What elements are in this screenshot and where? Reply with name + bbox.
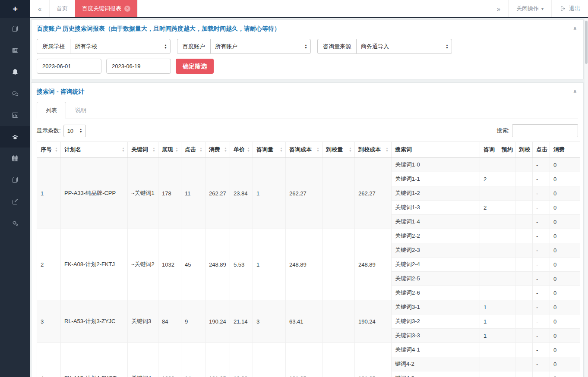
cell-clicks: 11 xyxy=(181,158,205,229)
sidebar-item-baidu[interactable] xyxy=(0,126,30,148)
column-header-10[interactable]: 到校成本▲▼ xyxy=(355,142,392,158)
consult-source-select[interactable]: 商务通导入 xyxy=(356,39,452,54)
cell-searchterm-click: - xyxy=(533,314,550,329)
cell-searchterm-term: 关键词2-6 xyxy=(392,286,480,300)
page-scrollbar-thumb[interactable] xyxy=(585,21,588,64)
cell-searchterm-reserve xyxy=(498,158,515,172)
close-operations-label: 关闭操作 xyxy=(516,5,539,13)
cell-searchterm-click: - xyxy=(533,201,550,215)
cell-searchterm-click: - xyxy=(533,258,550,272)
table-row: 3RL-A53-计划3-ZYJC关键词3849190.2421.14363.41… xyxy=(37,300,580,314)
cell-cost: 262.27 xyxy=(205,158,230,229)
cell-searchterm-consult: 1 xyxy=(480,329,498,343)
column-header-label: 咨询量 xyxy=(256,146,273,153)
sidebar-item-edit[interactable] xyxy=(0,191,30,212)
column-header-6[interactable]: 单价▲▼ xyxy=(230,142,253,158)
cell-searchterm-cost: 0 xyxy=(550,172,580,186)
newspaper-icon xyxy=(11,46,19,55)
cell-searchterm-reserve xyxy=(498,258,515,272)
sort-icon: ▲▼ xyxy=(122,147,125,152)
collapse-panel-icon[interactable]: ∧ xyxy=(572,88,577,94)
tab-list[interactable]: 列表 xyxy=(37,102,66,119)
cell-searchterm-term: 关键词4-1 xyxy=(392,343,480,357)
cell-searchterm-cost: 0 xyxy=(550,329,580,343)
school-select[interactable]: 所有学校 xyxy=(70,39,171,54)
cell-searchterm-visit xyxy=(515,286,533,300)
cell-searchterm-click: - xyxy=(533,243,550,258)
cell-keyword: 关键词3 xyxy=(128,300,158,343)
column-header-1[interactable]: 计划名▲▼ xyxy=(61,142,128,158)
cell-searchterm-consult xyxy=(480,158,498,172)
cell-searchterm-cost: 0 xyxy=(550,158,580,172)
cell-searchterm-consult xyxy=(480,258,498,272)
scroll-tabs-right-button[interactable]: » xyxy=(489,0,508,17)
column-header-0[interactable]: 序号▲▼ xyxy=(37,142,61,158)
column-header-2[interactable]: 关键词▲▼ xyxy=(128,142,158,158)
page-size-select[interactable]: 10 xyxy=(63,125,86,137)
column-header-3[interactable]: 展现▲▼ xyxy=(158,142,181,158)
sidebar-item-settings[interactable] xyxy=(0,212,30,234)
tab-help[interactable]: 说明 xyxy=(66,102,95,119)
documents-icon xyxy=(11,25,19,33)
end-date-input[interactable] xyxy=(106,59,171,74)
cell-searchterm-click: - xyxy=(533,172,550,186)
column-header-15: 点击 xyxy=(533,142,550,158)
logout-button[interactable]: 退出 xyxy=(551,0,588,17)
sidebar-item-reports[interactable] xyxy=(0,169,30,191)
page-scrollbar[interactable] xyxy=(585,18,588,377)
column-header-label: 点击 xyxy=(536,146,547,153)
column-header-13: 预约 xyxy=(498,142,515,158)
cell-searchterm-click: - xyxy=(533,158,550,172)
cell-searchterm-consult xyxy=(480,272,498,286)
tab-baidu-keyword-report[interactable]: 百度关键词报表 × xyxy=(75,0,138,17)
sidebar-item-messages[interactable] xyxy=(0,83,30,104)
cell-impressions: 178 xyxy=(158,158,181,229)
sidebar-item-calendar[interactable] xyxy=(0,148,30,169)
column-header-5[interactable]: 消费▲▼ xyxy=(205,142,230,158)
sidebar-item-notifications[interactable] xyxy=(0,61,30,83)
column-header-4[interactable]: 点击▲▼ xyxy=(181,142,205,158)
scroll-tabs-left-button[interactable]: « xyxy=(30,0,50,17)
comments-icon xyxy=(11,89,19,98)
cell-consult_cost: 181.05 xyxy=(286,343,322,377)
tab-home[interactable]: 首页 xyxy=(50,0,75,17)
cell-searchterm-term: 关键词1-3 xyxy=(392,201,480,215)
sort-icon: ▲▼ xyxy=(247,147,250,152)
keyword-report-table: 序号▲▼计划名▲▼关键词▲▼展现▲▼点击▲▼消费▲▼单价▲▼咨询量▲▼咨询成本▲… xyxy=(37,141,580,377)
cell-searchterm-reserve xyxy=(498,343,515,357)
cell-searchterm-consult: 2 xyxy=(480,172,498,186)
report-panel: 搜索词 - 咨询统计 ∧ 列表 说明 显示条数: 10 ▲▼ 搜索: 序号▲▼计… xyxy=(31,82,584,377)
table-search-input[interactable] xyxy=(512,124,578,137)
column-header-8[interactable]: 咨询成本▲▼ xyxy=(286,142,322,158)
plus-icon: + xyxy=(13,4,18,14)
sidebar-item-newspaper[interactable] xyxy=(0,40,30,61)
column-header-9[interactable]: 到校量▲▼ xyxy=(322,142,355,158)
confirm-filter-button[interactable]: 确定筛选 xyxy=(176,59,214,74)
cell-searchterm-reserve xyxy=(498,371,515,377)
close-tab-icon[interactable]: × xyxy=(124,6,130,12)
column-header-7[interactable]: 咨询量▲▼ xyxy=(253,142,286,158)
cell-clicks: 9 xyxy=(181,300,205,343)
cell-seq: 4 xyxy=(37,343,61,377)
tab-label: 首页 xyxy=(57,5,68,13)
close-operations-dropdown[interactable]: 关闭操作 ▾ xyxy=(508,0,551,17)
cell-searchterm-cost: 0 xyxy=(550,343,580,357)
cell-searchterm-cost: 0 xyxy=(550,186,580,201)
collapse-panel-icon[interactable]: ∧ xyxy=(572,25,577,31)
sidebar-item-statistics[interactable] xyxy=(0,104,30,126)
start-date-input[interactable] xyxy=(37,59,101,74)
source-filter-group: 咨询量来源 商务通导入 ▲▼ xyxy=(317,39,452,54)
cell-searchterm-term: 关键词3-2 xyxy=(392,314,480,329)
baidu-account-select[interactable]: 所有账户 xyxy=(210,39,311,54)
cell-impressions: 1023 xyxy=(158,343,181,377)
double-chevron-right-icon: » xyxy=(497,5,500,13)
add-menu-button[interactable]: + xyxy=(0,0,30,18)
cell-searchterm-cost: 0 xyxy=(550,300,580,314)
cell-seq: 3 xyxy=(37,300,61,343)
cell-searchterm-reserve xyxy=(498,272,515,286)
column-header-label: 到校 xyxy=(519,146,530,153)
sort-icon: ▲▼ xyxy=(224,147,227,152)
cell-searchterm-reserve xyxy=(498,201,515,215)
gears-icon xyxy=(11,219,19,227)
sidebar-item-documents[interactable] xyxy=(0,18,30,40)
